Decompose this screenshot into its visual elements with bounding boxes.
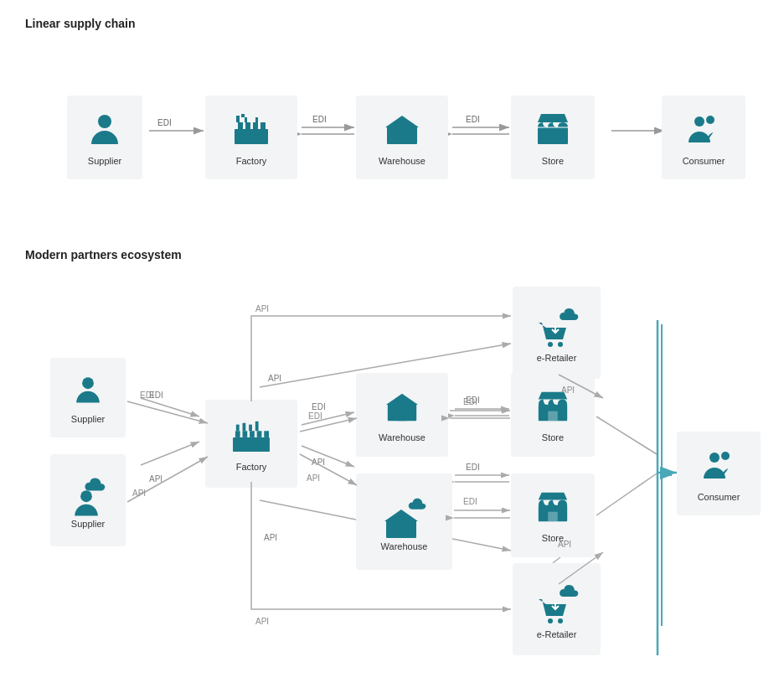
linear-consumer-label: Consumer <box>683 156 725 166</box>
svg-rect-13 <box>235 129 268 144</box>
modern-warehouse2-label: Warehouse <box>381 541 428 551</box>
svg-text:API: API <box>132 489 146 498</box>
svg-rect-18 <box>245 117 247 122</box>
svg-text:EDI: EDI <box>308 411 322 421</box>
svg-point-76 <box>548 342 553 347</box>
svg-text:EDI: EDI <box>466 463 480 472</box>
supplier1-icon <box>72 374 104 411</box>
modern-eretailer2-node: e-Retailer <box>513 563 601 655</box>
modern-warehouse1-icon <box>384 389 420 429</box>
svg-text:EDI: EDI <box>463 397 477 406</box>
svg-text:EDI: EDI <box>140 391 154 400</box>
svg-rect-67 <box>255 421 259 430</box>
modern-store1-icon <box>535 389 570 429</box>
modern-consumer-icon <box>700 447 737 489</box>
linear-store-label: Store <box>542 156 564 166</box>
modern-supplier1-label: Supplier <box>71 414 105 424</box>
svg-rect-17 <box>260 122 266 129</box>
store-icon <box>534 111 571 153</box>
modern-factory-label: Factory <box>236 462 267 472</box>
svg-text:API: API <box>268 374 281 383</box>
svg-line-32 <box>141 398 199 416</box>
svg-line-36 <box>302 412 354 425</box>
modern-eretailer2-label: e-Retailer <box>537 629 577 639</box>
svg-line-87 <box>127 457 208 502</box>
svg-rect-20 <box>236 116 240 122</box>
svg-point-81 <box>721 452 730 460</box>
svg-line-105 <box>596 416 657 454</box>
svg-line-89 <box>300 418 357 432</box>
svg-text:EDI: EDI <box>312 115 327 124</box>
svg-rect-59 <box>235 431 240 437</box>
svg-line-106 <box>596 473 657 515</box>
modern-consumer-node: Consumer <box>677 432 761 515</box>
svg-point-12 <box>98 115 111 128</box>
svg-rect-16 <box>253 122 258 129</box>
svg-rect-62 <box>257 431 262 437</box>
svg-point-79 <box>558 618 563 623</box>
svg-rect-19 <box>255 117 258 122</box>
svg-line-38 <box>302 446 354 467</box>
svg-rect-61 <box>250 431 255 437</box>
modern-store1-label: Store <box>542 432 564 442</box>
svg-rect-21 <box>241 114 245 117</box>
modern-factory-node: Factory <box>205 400 297 488</box>
modern-eretailer1-node: e-Retailer <box>513 287 601 379</box>
svg-rect-66 <box>249 424 252 431</box>
svg-rect-75 <box>548 512 557 521</box>
svg-rect-71 <box>396 528 406 538</box>
svg-line-34 <box>141 442 199 465</box>
svg-line-91 <box>300 454 357 485</box>
svg-point-80 <box>709 453 720 463</box>
svg-rect-69 <box>397 411 406 421</box>
svg-rect-15 <box>245 122 250 129</box>
modern-warehouse2-node: Warehouse <box>356 473 452 570</box>
linear-title: Linear supply chain <box>25 17 759 30</box>
modern-eretailer1-label: e-Retailer <box>537 353 577 363</box>
svg-text:API: API <box>312 458 325 467</box>
svg-rect-25 <box>548 134 558 144</box>
warehouse-icon <box>384 111 420 153</box>
svg-rect-63 <box>264 431 269 437</box>
linear-supplier-node: Supplier <box>67 96 142 179</box>
svg-rect-60 <box>243 431 248 437</box>
modern-store2-node: Store <box>511 473 595 557</box>
linear-factory-label: Factory <box>236 156 267 166</box>
linear-supplier-label: Supplier <box>88 156 121 166</box>
svg-text:API: API <box>307 473 320 483</box>
svg-point-56 <box>82 377 94 389</box>
modern-consumer-label: Consumer <box>698 492 740 502</box>
modern-factory-icon <box>231 418 271 458</box>
svg-text:EDI: EDI <box>463 497 477 506</box>
svg-point-57 <box>80 490 92 502</box>
svg-text:EDI: EDI <box>466 115 480 124</box>
svg-text:EDI: EDI <box>157 118 172 127</box>
svg-point-78 <box>548 618 553 623</box>
linear-warehouse-node: Warehouse <box>356 96 448 179</box>
svg-rect-14 <box>238 122 243 129</box>
svg-text:API: API <box>149 474 162 484</box>
svg-point-28 <box>706 116 714 124</box>
linear-consumer-node: Consumer <box>662 96 745 179</box>
modern-title: Modern partners ecosystem <box>25 248 759 261</box>
svg-rect-58 <box>233 437 270 451</box>
modern-warehouse1-node: Warehouse <box>356 373 448 457</box>
modern-store2-label: Store <box>542 533 564 543</box>
linear-warehouse-label: Warehouse <box>379 156 426 166</box>
modern-supplier1-node: Supplier <box>50 358 126 437</box>
svg-rect-65 <box>243 422 246 431</box>
modern-warehouse1-label: Warehouse <box>379 432 426 442</box>
linear-store-node: Store <box>511 96 595 179</box>
svg-text:EDI: EDI <box>466 396 480 405</box>
svg-rect-23 <box>397 134 407 144</box>
svg-rect-73 <box>548 411 557 421</box>
svg-text:API: API <box>264 533 277 542</box>
modern-store1-node: Store <box>511 373 595 457</box>
svg-text:API: API <box>255 617 269 626</box>
modern-store2-icon <box>535 489 570 530</box>
svg-line-85 <box>127 401 208 423</box>
svg-text:EDI: EDI <box>312 402 326 411</box>
svg-point-27 <box>694 116 704 127</box>
svg-point-77 <box>558 342 563 347</box>
factory-icon <box>233 111 270 153</box>
